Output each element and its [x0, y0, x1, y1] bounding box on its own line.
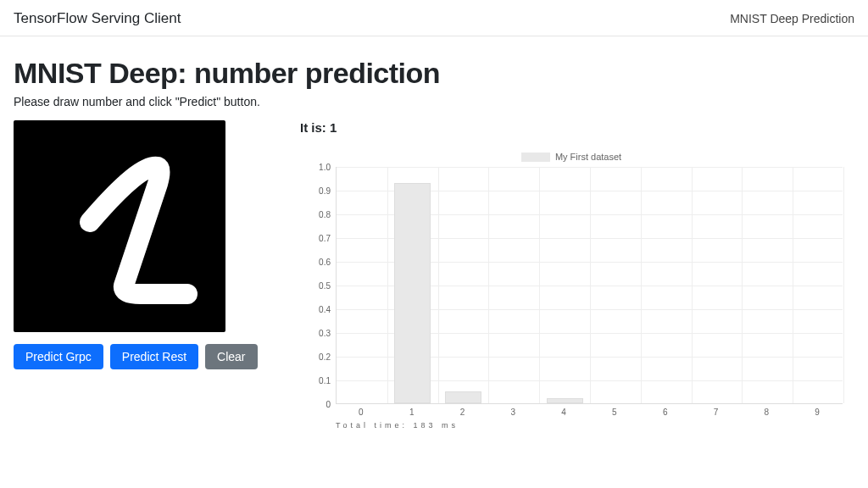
x-tick-label: 4: [561, 408, 566, 417]
x-tick-label: 3: [511, 408, 516, 417]
x-tick-label: 0: [359, 408, 364, 417]
left-column: Predict Grpc Predict Rest Clear: [14, 120, 259, 369]
navbar: TensorFlow Serving Client MNIST Deep Pre…: [0, 0, 868, 36]
y-tick-label: 0.9: [319, 186, 331, 196]
chart-body: 00.10.20.30.40.50.60.70.80.91.0: [300, 167, 843, 404]
timing-footnote: Total time: 183 ms: [336, 421, 843, 430]
x-tick-label: 8: [765, 408, 770, 417]
right-column: It is: 1 My First dataset 00.10.20.30.40…: [259, 120, 854, 430]
y-tick-label: 0.2: [319, 352, 331, 362]
y-tick-label: 1.0: [319, 163, 331, 172]
gridline-v: [387, 167, 388, 403]
drawing-canvas[interactable]: [14, 120, 225, 332]
y-tick-label: 0.7: [319, 234, 331, 243]
y-axis: 00.10.20.30.40.50.60.70.80.91.0: [300, 167, 336, 404]
x-tick-label: 2: [460, 408, 465, 417]
x-tick-label: 1: [409, 408, 415, 417]
columns: Predict Grpc Predict Rest Clear It is: 1…: [14, 120, 854, 430]
navbar-link-mnist[interactable]: MNIST Deep Prediction: [730, 12, 854, 25]
gridline-v: [793, 167, 793, 403]
result-value: 1: [330, 120, 337, 135]
gridline-v: [539, 167, 540, 403]
y-tick-label: 0.4: [319, 305, 331, 314]
button-row: Predict Grpc Predict Rest Clear: [14, 344, 259, 369]
clear-button[interactable]: Clear: [205, 344, 257, 369]
y-tick-label: 0.6: [319, 258, 331, 267]
x-tick-label: 7: [714, 408, 719, 417]
bar: [547, 398, 583, 403]
x-axis: 0123456789: [336, 404, 843, 419]
main-content: MNIST Deep: number prediction Please dra…: [0, 36, 868, 430]
x-tick-label: 6: [663, 408, 668, 417]
gridline-v: [641, 167, 642, 403]
prediction-result: It is: 1: [300, 120, 854, 135]
predict-rest-button[interactable]: Predict Rest: [110, 344, 198, 369]
y-tick-label: 0.1: [319, 376, 331, 385]
bar: [394, 183, 431, 403]
page-title: MNIST Deep: number prediction: [14, 57, 854, 90]
predict-grpc-button[interactable]: Predict Grpc: [14, 344, 103, 369]
y-tick-label: 0: [326, 400, 331, 409]
legend-label: My First dataset: [555, 152, 621, 162]
gridline-v: [438, 167, 439, 403]
chart: My First dataset 00.10.20.30.40.50.60.70…: [300, 152, 843, 430]
gridline-v: [692, 167, 693, 403]
x-tick-label: 5: [612, 408, 617, 417]
gridline-v: [590, 167, 591, 403]
result-prefix: It is:: [300, 120, 330, 135]
bar: [445, 391, 481, 403]
plot-area: [336, 167, 843, 404]
gridline-v: [742, 167, 743, 403]
y-tick-label: 0.8: [319, 210, 331, 219]
gridline-v: [488, 167, 489, 403]
x-tick-label: 9: [815, 408, 820, 417]
gridline-v: [843, 167, 844, 403]
chart-legend: My First dataset: [300, 152, 843, 162]
instructions: Please draw number and click "Predict" b…: [14, 95, 854, 108]
y-tick-label: 0.3: [319, 329, 331, 338]
y-tick-label: 0.5: [319, 281, 331, 291]
navbar-brand[interactable]: TensorFlow Serving Client: [14, 10, 181, 27]
legend-swatch-icon: [521, 152, 550, 162]
drawn-digit-icon: [14, 120, 225, 332]
